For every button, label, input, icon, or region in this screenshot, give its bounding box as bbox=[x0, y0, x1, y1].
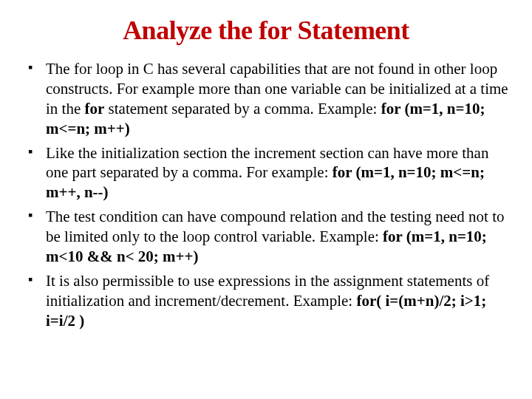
list-item: Like the initialization section the incr… bbox=[46, 143, 511, 203]
list-item: The test condition can have compound rel… bbox=[46, 207, 511, 267]
list-item: The for loop in C has several capabiliti… bbox=[46, 59, 511, 139]
bullet-list: The for loop in C has several capabiliti… bbox=[21, 59, 511, 330]
list-item: It is also permissible to use expression… bbox=[46, 271, 511, 331]
slide-title: Analyze the for Statement bbox=[21, 15, 511, 46]
bullet-bold: for bbox=[85, 100, 105, 117]
slide: Analyze the for Statement The for loop i… bbox=[0, 0, 532, 399]
bullet-text: statement separated by a comma. Example: bbox=[104, 100, 381, 117]
